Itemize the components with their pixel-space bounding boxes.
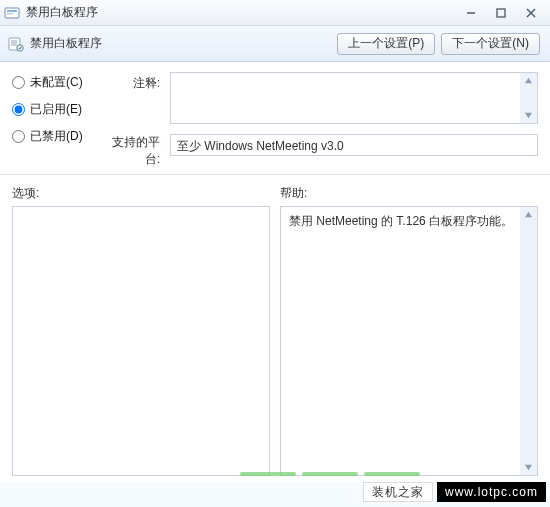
annotation-label: 注释: — [98, 72, 164, 92]
close-button[interactable] — [516, 3, 546, 23]
policy-icon — [8, 36, 24, 52]
button-hint-strip — [240, 472, 420, 476]
radio-not-configured[interactable]: 未配置(C) — [12, 74, 92, 91]
minimize-button[interactable] — [456, 3, 486, 23]
app-icon — [4, 5, 20, 21]
brand-badge-cn: 装机之家 — [363, 482, 433, 502]
help-box: 禁用 NetMeeting 的 T.126 白板程序功能。 — [280, 206, 538, 476]
scrollbar[interactable] — [520, 207, 537, 475]
help-label: 帮助: — [280, 185, 538, 202]
title-bar: 禁用白板程序 — [0, 0, 550, 26]
scroll-down-icon[interactable] — [521, 460, 536, 475]
scroll-down-icon[interactable] — [521, 108, 536, 123]
radio-enabled-input[interactable] — [12, 103, 25, 116]
maximize-button[interactable] — [486, 3, 516, 23]
supported-on-label: 支持的平台: — [98, 134, 164, 168]
window-title: 禁用白板程序 — [26, 4, 98, 21]
toolbar: 禁用白板程序 上一个设置(P) 下一个设置(N) — [0, 26, 550, 62]
radio-disabled[interactable]: 已禁用(D) — [12, 128, 92, 145]
help-text: 禁用 NetMeeting 的 T.126 白板程序功能。 — [289, 213, 517, 469]
brand-badge-url: www.lotpc.com — [437, 482, 546, 502]
previous-setting-button[interactable]: 上一个设置(P) — [337, 33, 435, 55]
options-box — [12, 206, 270, 476]
next-setting-button[interactable]: 下一个设置(N) — [441, 33, 540, 55]
radio-not-configured-input[interactable] — [12, 76, 25, 89]
scroll-up-icon[interactable] — [521, 73, 536, 88]
supported-on-value: 至少 Windows NetMeeting v3.0 — [170, 134, 538, 156]
watermark-footer: 装机之家 www.lotpc.com — [0, 477, 550, 507]
svg-rect-4 — [497, 9, 505, 17]
policy-title: 禁用白板程序 — [30, 35, 102, 52]
svg-rect-2 — [7, 13, 13, 15]
radio-enabled[interactable]: 已启用(E) — [12, 101, 92, 118]
scroll-up-icon[interactable] — [521, 207, 536, 222]
svg-rect-1 — [7, 10, 17, 12]
radio-disabled-input[interactable] — [12, 130, 25, 143]
scrollbar[interactable] — [520, 73, 537, 123]
options-label: 选项: — [12, 185, 270, 202]
annotation-textarea[interactable] — [170, 72, 538, 124]
